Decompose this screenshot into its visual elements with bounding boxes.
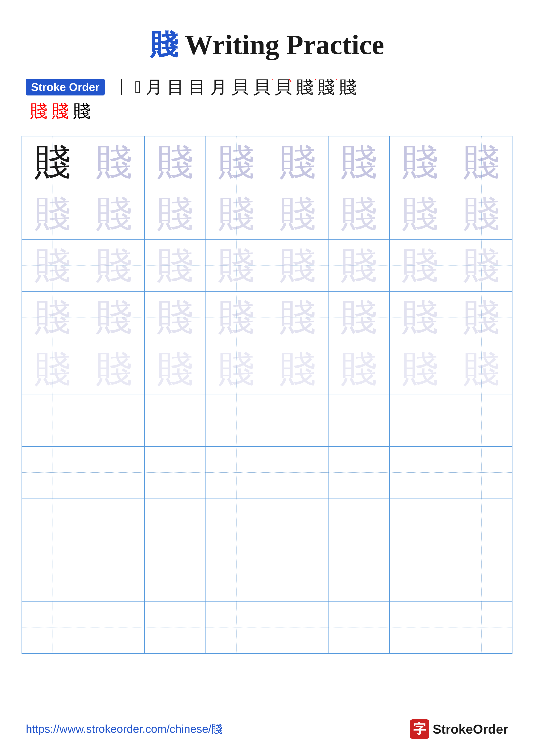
grid-cell: 賤 bbox=[328, 188, 390, 240]
grid-cell: 賤 bbox=[206, 136, 267, 188]
grid-cell: 賤 bbox=[22, 188, 83, 240]
grid-cell-empty[interactable] bbox=[267, 446, 328, 498]
grid-cell: 賤 bbox=[328, 291, 390, 343]
grid-cell: 賤 bbox=[451, 188, 512, 240]
grid-cell: 賤 bbox=[390, 188, 451, 240]
grid-cell-empty[interactable] bbox=[390, 395, 451, 446]
grid-cell: 賤 bbox=[451, 343, 512, 395]
grid-cell: 賤 bbox=[206, 240, 267, 291]
grid-cell: 賤 bbox=[83, 240, 144, 291]
grid-cell: 賤 bbox=[22, 136, 83, 188]
grid-cell-empty[interactable] bbox=[83, 498, 144, 550]
grid-cell: 賤 bbox=[83, 291, 144, 343]
grid-cell: 賤 bbox=[83, 343, 144, 395]
grid-cell-empty[interactable] bbox=[390, 446, 451, 498]
footer-logo: 字 StrokeOrder bbox=[410, 719, 508, 739]
stroke-order-badge: Stroke Order bbox=[26, 79, 105, 95]
page-title: 賤 Writing Practice bbox=[0, 0, 534, 77]
grid-cell-empty[interactable] bbox=[451, 446, 512, 498]
grid-cell-empty[interactable] bbox=[390, 550, 451, 602]
practice-grid: 賤 賤 賤 賤 賤 賤 賤 賤 賤 賤 賤 賤 賤 賤 賤 賤 賤 賤 賤 賤 … bbox=[21, 136, 513, 654]
grid-cell-empty[interactable] bbox=[451, 550, 512, 602]
grid-cell: 賤 bbox=[22, 240, 83, 291]
grid-cell: 賤 bbox=[328, 343, 390, 395]
footer-url[interactable]: https://www.strokeorder.com/chinese/賤 bbox=[26, 721, 222, 737]
grid-cell-empty[interactable] bbox=[144, 498, 206, 550]
stroke-row2: 賤 賤 賤 bbox=[26, 99, 508, 123]
grid-cell-empty[interactable] bbox=[83, 602, 144, 653]
stroke-order-section: Stroke Order 丨 𠃍 月 目 目 月 貝 貝˙ 貝丶 賤˙ 賤˙ 賤… bbox=[0, 77, 534, 123]
grid-cell-empty[interactable] bbox=[206, 550, 267, 602]
grid-cell: 賤 bbox=[267, 188, 328, 240]
grid-cell: 賤 bbox=[206, 343, 267, 395]
grid-cell-empty[interactable] bbox=[451, 395, 512, 446]
grid-cell-empty[interactable] bbox=[144, 446, 206, 498]
grid-cell-empty[interactable] bbox=[328, 550, 390, 602]
grid-cell-empty[interactable] bbox=[267, 550, 328, 602]
grid-cell-empty[interactable] bbox=[144, 550, 206, 602]
grid-cell-empty[interactable] bbox=[267, 602, 328, 653]
grid-cell: 賤 bbox=[267, 343, 328, 395]
grid-cell-empty[interactable] bbox=[390, 602, 451, 653]
grid-cell-empty[interactable] bbox=[144, 395, 206, 446]
grid-cell: 賤 bbox=[144, 291, 206, 343]
practice-grid-container: 賤 賤 賤 賤 賤 賤 賤 賤 賤 賤 賤 賤 賤 賤 賤 賤 賤 賤 賤 賤 … bbox=[0, 136, 534, 654]
grid-cell-empty[interactable] bbox=[328, 498, 390, 550]
grid-cell: 賤 bbox=[328, 240, 390, 291]
grid-cell-empty[interactable] bbox=[22, 395, 83, 446]
grid-cell: 賤 bbox=[267, 136, 328, 188]
grid-cell: 賤 bbox=[206, 291, 267, 343]
grid-cell-empty[interactable] bbox=[83, 395, 144, 446]
grid-cell-empty[interactable] bbox=[390, 498, 451, 550]
grid-cell-empty[interactable] bbox=[206, 602, 267, 653]
grid-cell: 賤 bbox=[267, 240, 328, 291]
grid-cell-empty[interactable] bbox=[144, 602, 206, 653]
grid-cell: 賤 bbox=[390, 291, 451, 343]
grid-cell: 賤 bbox=[144, 136, 206, 188]
grid-cell: 賤 bbox=[83, 136, 144, 188]
grid-cell: 賤 bbox=[22, 343, 83, 395]
grid-cell-empty[interactable] bbox=[206, 395, 267, 446]
grid-cell: 賤 bbox=[328, 136, 390, 188]
grid-cell-empty[interactable] bbox=[22, 498, 83, 550]
grid-cell: 賤 bbox=[390, 343, 451, 395]
grid-cell-empty[interactable] bbox=[83, 550, 144, 602]
grid-cell: 賤 bbox=[144, 240, 206, 291]
logo-icon: 字 bbox=[410, 719, 429, 739]
grid-cell: 賤 bbox=[144, 343, 206, 395]
grid-cell-empty[interactable] bbox=[328, 446, 390, 498]
grid-cell: 賤 bbox=[390, 240, 451, 291]
grid-cell-empty[interactable] bbox=[22, 550, 83, 602]
grid-cell: 賤 bbox=[22, 291, 83, 343]
grid-cell: 賤 bbox=[83, 188, 144, 240]
logo-text: StrokeOrder bbox=[433, 722, 508, 737]
grid-cell-empty[interactable] bbox=[22, 446, 83, 498]
footer: https://www.strokeorder.com/chinese/賤 字 … bbox=[26, 719, 508, 739]
grid-cell: 賤 bbox=[451, 240, 512, 291]
grid-cell-empty[interactable] bbox=[328, 395, 390, 446]
grid-cell: 賤 bbox=[451, 291, 512, 343]
grid-cell-empty[interactable] bbox=[451, 498, 512, 550]
stroke-order-row: Stroke Order 丨 𠃍 月 目 目 月 貝 貝˙ 貝丶 賤˙ 賤˙ 賤 bbox=[26, 77, 508, 97]
stroke-chars: 丨 𠃍 月 目 目 月 貝 貝˙ 貝丶 賤˙ 賤˙ 賤 bbox=[111, 77, 359, 97]
grid-cell-empty[interactable] bbox=[267, 498, 328, 550]
grid-cell-empty[interactable] bbox=[451, 602, 512, 653]
grid-cell: 賤 bbox=[206, 188, 267, 240]
grid-cell-empty[interactable] bbox=[267, 395, 328, 446]
grid-cell-empty[interactable] bbox=[328, 602, 390, 653]
grid-cell-empty[interactable] bbox=[22, 602, 83, 653]
grid-cell-empty[interactable] bbox=[206, 498, 267, 550]
grid-cell-empty[interactable] bbox=[206, 446, 267, 498]
grid-cell: 賤 bbox=[390, 136, 451, 188]
title-chinese: 賤 bbox=[150, 29, 178, 60]
grid-cell-empty[interactable] bbox=[83, 446, 144, 498]
grid-cell: 賤 bbox=[267, 291, 328, 343]
grid-cell: 賤 bbox=[451, 136, 512, 188]
grid-cell: 賤 bbox=[144, 188, 206, 240]
title-english: Writing Practice bbox=[178, 29, 384, 60]
